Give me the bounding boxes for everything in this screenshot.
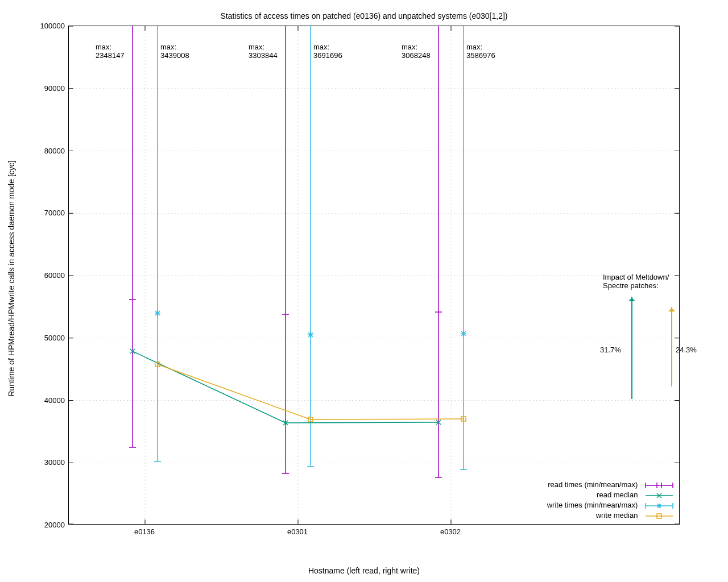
legend-read-err: read times (min/mean/max)	[547, 480, 674, 490]
max-label-0: max: 2348147	[96, 43, 125, 60]
read-pct: 31.7%	[600, 346, 621, 354]
legend-read-med: read median	[547, 490, 674, 500]
ytick-80000: 80000	[44, 146, 65, 155]
y-axis-label: Runtime of HPMread/HPMwrite calls in acc…	[7, 160, 16, 396]
ytick-70000: 70000	[44, 209, 65, 217]
max-label-3: max: 3691696	[313, 43, 342, 60]
legend: read times (min/mean/max) read median wr…	[547, 480, 674, 521]
max-label-1: max: 3439008	[160, 43, 189, 60]
max-label-2: max: 3303844	[249, 43, 278, 60]
impact-annotation: Impact of Meltdown/ Spectre patches: 31.…	[603, 273, 717, 290]
max-label-4: max: 3068248	[402, 43, 431, 60]
axis-ticks	[69, 26, 679, 524]
write-arrowhead-icon	[668, 305, 675, 311]
xtick-e0136: e0136	[134, 527, 155, 536]
ytick-90000: 90000	[44, 84, 65, 92]
read-errorbars	[129, 26, 442, 477]
write-errorbars	[154, 26, 467, 469]
chart-title: Statistics of access times on patched (e…	[0, 11, 728, 20]
x-axis-label: Hostname (left read, right write)	[0, 566, 728, 575]
xtick-e0301: e0301	[287, 527, 308, 536]
legend-write-med: write median	[547, 510, 674, 521]
read-arrow-icon	[631, 297, 632, 399]
ytick-50000: 50000	[44, 333, 65, 342]
ytick-100000: 100000	[40, 22, 65, 30]
max-label-5: max: 3586976	[466, 43, 495, 60]
write-arrow-icon	[671, 307, 672, 386]
xtick-e0302: e0302	[440, 527, 461, 536]
legend-write-err: write times (min/mean/max)	[547, 500, 674, 510]
plot-area	[68, 26, 680, 525]
read-arrowhead-icon	[628, 294, 635, 301]
ytick-20000: 20000	[44, 521, 65, 529]
ytick-30000: 30000	[44, 458, 65, 467]
ytick-40000: 40000	[44, 396, 65, 404]
impact-heading: Impact of Meltdown/ Spectre patches:	[603, 273, 717, 290]
write-pct: 24.3%	[676, 346, 697, 354]
gridlines	[69, 26, 679, 524]
ytick-60000: 60000	[44, 271, 65, 280]
